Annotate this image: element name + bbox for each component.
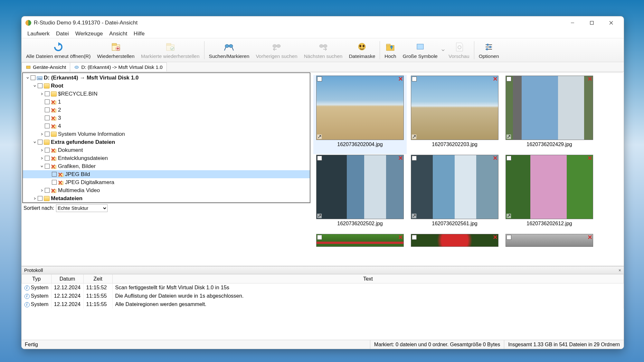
tree-checkbox[interactable] (45, 124, 50, 128)
expander-icon[interactable] (33, 196, 37, 201)
tree-row[interactable]: RecD: (Erkannt4) → Msft Virtual Disk 1.0 (23, 74, 310, 82)
tree-row[interactable]: Root (23, 82, 310, 90)
thumb-checkbox[interactable] (412, 156, 417, 161)
expand-icon[interactable] (317, 135, 322, 139)
tree-row[interactable]: 3 (23, 114, 310, 122)
tree-row[interactable]: 2 (23, 106, 310, 114)
tree-row[interactable]: 4 (23, 122, 310, 130)
tree-row[interactable]: Dokument (23, 146, 310, 154)
expander-icon[interactable] (40, 92, 44, 96)
menu-ansicht[interactable]: Ansicht (106, 30, 130, 38)
tree-checkbox[interactable] (31, 75, 35, 80)
tree-row[interactable]: JPEG Digitalkamera (23, 178, 310, 186)
thumb-checkbox[interactable] (507, 235, 511, 240)
tree-checkbox[interactable] (52, 172, 57, 177)
tab-device-view[interactable]: Geräte-Ansicht (22, 62, 70, 71)
menu-datei[interactable]: Datei (53, 30, 72, 38)
up-button[interactable]: Hoch (381, 39, 399, 61)
thumbnail-item[interactable]: 1620736202429.jpg (503, 75, 596, 154)
expander-icon[interactable] (40, 100, 44, 104)
reopen-button[interactable]: Alle Dateien erneut öffnen(R) (23, 39, 94, 61)
tree-checkbox[interactable] (45, 156, 50, 161)
tree-row[interactable]: $RECYCLE.BIN (23, 90, 310, 98)
tree-checkbox[interactable] (38, 196, 43, 201)
expander-icon[interactable] (40, 188, 44, 193)
tree-checkbox[interactable] (45, 116, 50, 120)
expander-icon[interactable] (33, 84, 37, 88)
minimize-button[interactable] (566, 18, 579, 28)
protocol-header[interactable]: Zeit (83, 274, 112, 283)
menu-hilfe[interactable]: Hilfe (130, 30, 148, 38)
protocol-header[interactable]: Datum (51, 274, 83, 283)
protocol-row[interactable]: iSystem12.12.202411:15:52Scan fertiggest… (22, 283, 624, 292)
tree-row[interactable]: Multimedia Video (23, 186, 310, 194)
tab-disk-view[interactable]: D: (Erkannt4) -> Msft Virtual Disk 1.0 (70, 62, 167, 71)
expander-icon[interactable] (40, 108, 44, 112)
expand-icon[interactable] (412, 135, 416, 139)
search-button[interactable]: Suchen/Markieren (206, 39, 253, 61)
thumbnail-item[interactable]: 1620736202612.jpg (503, 154, 596, 233)
expander-icon[interactable] (25, 76, 30, 80)
protocol-header[interactable]: Typ (22, 274, 52, 283)
sort-select[interactable]: Echte Struktur (56, 204, 108, 212)
filemask-button[interactable]: Dateimaske (346, 39, 378, 61)
tree-checkbox[interactable] (45, 91, 50, 96)
menu-laufwerk[interactable]: Laufwerk (24, 30, 53, 38)
tree-checkbox[interactable] (45, 148, 50, 153)
restore-button[interactable]: Wiederherstellen (94, 39, 137, 61)
tree-checkbox[interactable] (52, 180, 57, 185)
thumb-checkbox[interactable] (317, 77, 322, 81)
tree-row[interactable]: Entwicklungsdateien (23, 154, 310, 162)
expand-icon[interactable] (507, 214, 511, 218)
tree-row[interactable]: 1 (23, 98, 310, 106)
tree-checkbox[interactable] (45, 99, 50, 104)
large-icons-button[interactable]: Große Symbole (399, 39, 441, 61)
protocol-header[interactable]: Text (112, 274, 623, 283)
expand-icon[interactable] (412, 214, 416, 218)
expand-icon[interactable] (317, 214, 322, 218)
tree-row[interactable]: System Volume Information (23, 130, 310, 138)
expand-icon[interactable] (507, 135, 511, 139)
maximize-button[interactable] (585, 18, 599, 28)
options-button[interactable]: Optionen (476, 39, 502, 61)
close-button[interactable] (604, 18, 618, 28)
thumbnail-item[interactable]: 1620736202502.jpg (313, 154, 407, 233)
thumb-checkbox[interactable] (507, 156, 511, 161)
tree-checkbox[interactable] (45, 188, 50, 193)
thumb-checkbox[interactable] (412, 235, 417, 240)
expander-icon[interactable] (40, 164, 44, 169)
expander-icon[interactable] (40, 156, 44, 161)
thumbnail-item[interactable]: 1620736202561.jpg (408, 154, 501, 233)
expander-icon[interactable] (40, 116, 44, 120)
tree-checkbox[interactable] (45, 164, 50, 169)
tree-row[interactable]: Metadateien (23, 194, 310, 202)
thumbnail-item[interactable] (408, 233, 501, 266)
thumb-checkbox[interactable] (412, 77, 417, 81)
protocol-row[interactable]: iSystem12.12.202411:15:55Die Auflistung … (22, 292, 624, 300)
large-icons-dropdown[interactable] (441, 49, 445, 51)
tree-checkbox[interactable] (38, 140, 43, 144)
expander-icon[interactable] (33, 140, 37, 144)
protocol-row[interactable]: iSystem12.12.202411:15:55Alle Dateiregio… (22, 300, 624, 309)
thumb-checkbox[interactable] (507, 77, 511, 81)
thumb-checkbox[interactable] (317, 156, 322, 161)
expander-icon[interactable] (40, 148, 44, 153)
tree-row[interactable]: JPEG Bild (23, 170, 310, 178)
thumbnail-item[interactable]: 1620736202203.jpg (408, 75, 501, 154)
expander-icon[interactable] (40, 132, 44, 136)
tree-row[interactable]: Grafiken, Bilder (23, 162, 310, 170)
expander-icon[interactable] (40, 124, 44, 128)
tree-row[interactable]: Extra gefundene Dateien (23, 138, 310, 146)
folder-tree[interactable]: RecD: (Erkannt4) → Msft Virtual Disk 1.0… (23, 73, 310, 202)
menu-werkzeuge[interactable]: Werkzeuge (72, 30, 106, 38)
tree-checkbox[interactable] (45, 107, 50, 112)
thumb-checkbox[interactable] (317, 235, 322, 240)
tree-checkbox[interactable] (45, 132, 50, 136)
expander-icon[interactable] (47, 172, 51, 177)
thumbnail-item[interactable] (313, 233, 407, 266)
thumbnail-item[interactable] (503, 233, 596, 266)
tree-checkbox[interactable] (38, 83, 43, 88)
expander-icon[interactable] (47, 180, 51, 185)
thumbnails-grid[interactable]: 1620736202004.jpg 1620736202203.jpg 1620… (311, 73, 623, 266)
thumbnail-item[interactable]: 1620736202004.jpg (313, 75, 407, 154)
